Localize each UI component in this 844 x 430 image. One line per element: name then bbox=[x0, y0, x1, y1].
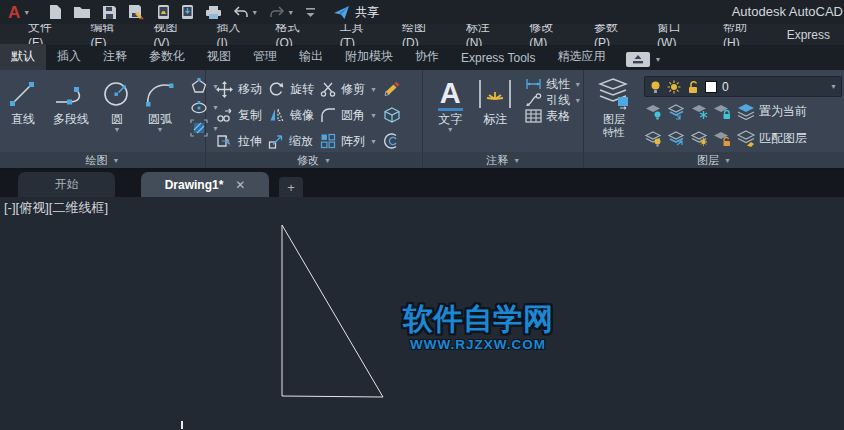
erase-button[interactable] bbox=[383, 77, 401, 101]
stretch-button[interactable]: 拉伸 bbox=[216, 129, 262, 153]
linear-dropdown-icon[interactable]: ▼ bbox=[574, 81, 581, 88]
app-menu-button[interactable]: A ▼ bbox=[0, 4, 36, 21]
share-button[interactable]: 共享 bbox=[333, 4, 379, 21]
print-button[interactable] bbox=[205, 5, 222, 20]
window-title: Autodesk AutoCAD bbox=[732, 4, 843, 19]
array-dropdown-icon[interactable]: ▼ bbox=[370, 138, 377, 145]
panel-layers: 图层特性 0 ▼ bbox=[584, 70, 844, 168]
array-icon bbox=[320, 133, 336, 149]
table-button[interactable]: 表格 bbox=[525, 109, 581, 123]
array-button[interactable]: 阵列 ▼ bbox=[320, 129, 377, 153]
layer-thaw-all-button[interactable] bbox=[690, 130, 709, 147]
match-layer-button[interactable]: 匹配图层 bbox=[736, 130, 807, 147]
circle-dropdown-icon[interactable]: ▼ bbox=[114, 126, 121, 133]
circle-icon bbox=[101, 75, 133, 113]
panel-title-modify[interactable]: 修改 ▼ bbox=[206, 152, 422, 168]
panel-title-annotate[interactable]: 注释 ▼ bbox=[423, 152, 583, 168]
ribbon-tab-insert[interactable]: 插入 bbox=[46, 44, 92, 70]
text-dropdown-icon[interactable]: ▼ bbox=[447, 126, 454, 133]
panel-draw: 直线 多段线 圆 ▼ bbox=[0, 70, 205, 168]
ribbon-tab-annotate[interactable]: 注释 bbox=[92, 44, 138, 70]
undo-dropdown-icon[interactable]: ▼ bbox=[251, 9, 258, 16]
drawing-canvas[interactable]: [-][俯视][二维线框] 软件自学网 WWW.RJZXW.COM bbox=[0, 197, 844, 430]
copy-button[interactable]: 复制 bbox=[216, 103, 262, 127]
polyline-button[interactable]: 多段线 bbox=[46, 73, 96, 133]
line-icon bbox=[6, 75, 40, 113]
undo-icon bbox=[233, 6, 249, 19]
ribbon-tab-output[interactable]: 输出 bbox=[288, 44, 334, 70]
explode-button[interactable] bbox=[383, 103, 401, 127]
save-button[interactable] bbox=[102, 5, 117, 20]
ribbon: 直线 多段线 圆 ▼ bbox=[0, 70, 844, 170]
trim-dropdown-icon[interactable]: ▼ bbox=[370, 86, 377, 93]
fillet-dropdown-icon[interactable]: ▼ bbox=[370, 112, 377, 119]
panel-title-draw[interactable]: 绘图 ▼ bbox=[0, 152, 205, 168]
menu-express[interactable]: Express bbox=[773, 26, 844, 44]
explode-box-icon bbox=[383, 107, 401, 123]
layer-dropdown-chevron-icon[interactable]: ▼ bbox=[830, 83, 837, 90]
layer-color-swatch bbox=[705, 81, 717, 93]
leader-dropdown-icon[interactable]: ▼ bbox=[574, 97, 581, 104]
ribbon-tab-view[interactable]: 视图 bbox=[196, 44, 242, 70]
set-current-layer-button[interactable]: 置为当前 bbox=[736, 103, 807, 120]
watermark-site: WWW.RJZXW.COM bbox=[396, 337, 560, 352]
dimension-icon bbox=[476, 75, 514, 113]
dimension-button[interactable]: 标注 bbox=[471, 73, 519, 133]
save-as-button[interactable] bbox=[128, 4, 146, 20]
new-file-button[interactable] bbox=[48, 4, 62, 20]
ribbon-tab-home[interactable]: 默认 bbox=[0, 44, 46, 70]
line-button[interactable]: 直线 bbox=[2, 73, 44, 133]
fillet-button[interactable]: 圆角 ▼ bbox=[320, 103, 377, 127]
polyline-icon bbox=[53, 75, 89, 113]
ribbon-state-dropdown-icon[interactable]: ▼ bbox=[654, 56, 661, 63]
ribbon-tab-featured-apps[interactable]: 精选应用 bbox=[546, 44, 616, 70]
rotate-button[interactable]: 旋转 bbox=[268, 77, 314, 101]
linear-dimension-button[interactable]: 线性 ▼ bbox=[525, 77, 581, 91]
scale-icon bbox=[268, 133, 284, 149]
new-file-icon bbox=[48, 4, 62, 20]
open-file-button[interactable] bbox=[73, 5, 91, 19]
ribbon-tab-manage[interactable]: 管理 bbox=[242, 44, 288, 70]
scale-button[interactable]: 缩放 bbox=[268, 129, 314, 153]
panel-title-layers[interactable]: 图层 ▼ bbox=[584, 152, 844, 168]
text-button[interactable]: A 文字 ▼ bbox=[429, 73, 471, 133]
file-tab-start[interactable]: 开始 bbox=[18, 172, 115, 197]
file-tab-drawing1[interactable]: Drawing1* ✕ bbox=[141, 172, 269, 197]
layer-on-all-button[interactable] bbox=[644, 130, 663, 147]
ribbon-tab-collaborate[interactable]: 协作 bbox=[404, 44, 450, 70]
ribbon-tab-express-tools[interactable]: Express Tools bbox=[450, 47, 546, 70]
move-button[interactable]: 移动 bbox=[216, 77, 262, 101]
copy-objects-to-new-layer-button[interactable] bbox=[667, 130, 686, 147]
undo-button[interactable]: ▼ bbox=[233, 6, 258, 19]
layer-select-dropdown[interactable]: 0 ▼ bbox=[644, 76, 842, 97]
leader-button[interactable]: 引线 ▼ bbox=[525, 93, 581, 107]
mirror-button[interactable]: 镜像 bbox=[268, 103, 314, 127]
close-tab-icon[interactable]: ✕ bbox=[235, 178, 245, 192]
layer-off-button[interactable] bbox=[644, 103, 663, 120]
triangle-polyline[interactable] bbox=[282, 225, 383, 397]
file-tab-bar: 开始 Drawing1* ✕ + bbox=[0, 170, 844, 197]
layer-isolate-button[interactable] bbox=[667, 103, 686, 120]
minimize-ribbon-button[interactable] bbox=[626, 52, 650, 67]
printer-icon bbox=[205, 5, 222, 20]
qat-customize-button[interactable] bbox=[305, 7, 316, 18]
save-to-web-mobile-button[interactable] bbox=[181, 4, 194, 20]
redo-button[interactable]: ▼ bbox=[269, 6, 294, 19]
layer-properties-button[interactable]: 图层特性 bbox=[590, 73, 638, 151]
offset-button[interactable] bbox=[383, 129, 401, 153]
new-drawing-tab-button[interactable]: + bbox=[279, 177, 303, 197]
layer-freeze-button[interactable] bbox=[690, 103, 709, 120]
ribbon-tab-addins[interactable]: 附加模块 bbox=[334, 44, 404, 70]
redo-dropdown-icon[interactable]: ▼ bbox=[287, 9, 294, 16]
arc-button[interactable]: 圆弧 ▼ bbox=[138, 73, 182, 133]
ribbon-tab-parametric[interactable]: 参数化 bbox=[138, 44, 196, 70]
arc-dropdown-icon[interactable]: ▼ bbox=[157, 126, 164, 133]
toolbar-overflow-icon bbox=[305, 7, 316, 18]
trim-button[interactable]: 修剪 ▼ bbox=[320, 77, 377, 101]
open-from-web-mobile-button[interactable] bbox=[157, 4, 170, 20]
circle-button[interactable]: 圆 ▼ bbox=[98, 73, 136, 133]
layer-lock-button[interactable] bbox=[713, 103, 732, 120]
copy-icon bbox=[216, 107, 233, 123]
table-icon bbox=[525, 109, 542, 123]
layer-unlock-all-button[interactable] bbox=[713, 130, 732, 147]
